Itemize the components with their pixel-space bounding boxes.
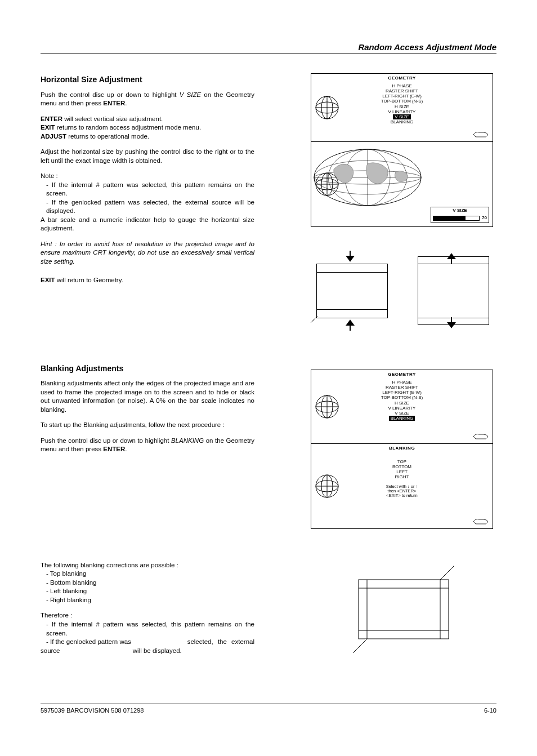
key-description: ENTER will select vertical size adjustme… [41,115,254,141]
menu-item: BLANKING [311,119,493,124]
panel-title: GEOMETRY [311,74,493,81]
list-item: - Right blanking [41,597,91,603]
blanking-panel-group: GEOMETRY H PHASE RASTER SHIFT LEFT-RIGHT… [311,370,496,529]
vsize-value: 70 [482,216,487,221]
footer-left: 5975039 BARCOVISION 508 071298 [41,707,144,714]
text: returns to random access adjustment mode… [55,124,202,131]
globe-icon [315,474,339,499]
hand-icon [472,429,489,440]
hint-text: Hint : In order to avoid loss of resolut… [41,240,254,266]
text: The following blanking corrections are p… [41,562,178,568]
text: source [41,647,60,656]
blanking-possible: The following blanking corrections are p… [41,561,254,605]
blanking-start: To start up the Blanking adjustments, fo… [41,421,254,430]
list-item: - Left blanking [41,588,87,594]
note-block: Note : - If the internal # pattern was s… [41,172,254,233]
arrow-diagrams [311,250,496,331]
blanking-frame-diagram [342,560,466,656]
footer-divider [41,704,496,704]
menu-item: H PHASE [311,380,493,385]
adjust-instruction: Adjust the horizontal size by pushing th… [41,148,254,165]
footer-right: 6-10 [484,707,496,714]
hand-icon [472,514,489,525]
list-item: - Top blanking [41,570,86,577]
svg-line-17 [311,316,317,323]
hsize-intro: Push the control disc up or down to high… [41,91,254,108]
globe-icon [315,95,339,120]
diagram-shrink [311,250,394,331]
page-header-title: Random Access Adjustment Mode [358,42,496,52]
menu-item: BOTTOM [311,464,493,469]
vsize-label: V SIZE [431,207,489,215]
panel-blanking-menu: BLANKING TOP BOTTOM LEFT RIGHT Select wi… [311,443,493,529]
text: <EXIT> to return [386,493,417,498]
text-bold: ENTER [103,100,125,106]
vsize-indicator-box: V SIZE 70 [431,207,489,223]
arrow-up-icon [446,250,457,265]
text: Push the control disc up or down to high… [41,437,171,444]
exit-line: EXIT will return to Geometry. [41,276,254,285]
menu-item: RASTER SHIFT [311,385,493,390]
text: . [125,446,127,452]
text-bold: ADJUST [41,133,66,140]
text-bold: EXIT [41,124,55,131]
corner-line [311,314,319,323]
header-divider [41,54,496,54]
panel-geometry-blanking: GEOMETRY H PHASE RASTER SHIFT LEFT-RIGHT… [311,370,493,444]
vsize-bar-fill [433,216,466,220]
note-item: - If the internal # pattern was selected… [41,181,254,198]
text: returns to operational mode. [66,133,149,140]
menu-item-selected: V SIZE [393,114,410,119]
note-item: - If the genlocked pattern was selected,… [41,198,254,216]
therefore-block: Therefore : - If the internal # pattern … [41,611,254,655]
text: - If the genlocked pattern was [41,638,131,647]
menu-item: TOP [311,459,493,464]
svg-line-34 [353,639,367,653]
panel-title: GEOMETRY [311,370,493,377]
svg-rect-28 [359,580,449,639]
text: . [125,100,127,106]
text-bold: ENTER [41,115,62,122]
hand-icon [472,127,489,138]
blanking-push: Push the control disc up or down to high… [41,437,254,454]
panel-geometry-vsize: GEOMETRY H PHASE RASTER SHIFT LEFT-RIGHT… [311,73,493,142]
text-italic: BLANKING [171,437,204,444]
text-bold: EXIT [41,277,55,283]
vsize-bar [433,216,480,221]
text-bold: ENTER [103,446,125,452]
arrow-down-icon [344,250,356,265]
globe-icon [315,394,339,419]
text: A bar scale and a numeric indicator help… [41,216,254,232]
note-label: Note : [41,172,58,179]
panel-title: BLANKING [311,444,493,451]
menu-item: H PHASE [311,83,493,88]
text: will be displayed. [60,647,254,656]
section-heading-blanking: Blanking Adjustments [41,364,254,373]
text: selected, the external [187,638,254,647]
section-heading-hsize: Horizontal Size Adjustment [41,75,254,84]
arrow-up-icon [344,316,356,332]
text: Therefore : [41,612,72,619]
blanking-intro: Blanking adjustments affect only the edg… [41,379,254,414]
list-item: - Bottom blanking [41,579,97,586]
right-column: GEOMETRY H PHASE RASTER SHIFT LEFT-RIGHT… [311,73,496,656]
menu-item-selected: BLANKING [389,416,415,421]
svg-line-33 [440,566,454,580]
note-item: - If the internal # pattern was selected… [41,620,254,638]
text-italic: V SIZE [180,91,201,98]
text: will return to Geometry. [55,277,123,283]
menu-item: RASTER SHIFT [311,88,493,94]
globe-icon [315,172,339,197]
left-column: Horizontal Size Adjustment Push the cont… [41,59,254,662]
arrow-down-icon [446,316,457,332]
text: Push the control disc up or down to high… [41,91,180,98]
diagram-expand [412,250,495,331]
text: will select vertical size adjustment. [62,115,163,122]
panel-vsize-display: V SIZE 70 [311,141,493,227]
